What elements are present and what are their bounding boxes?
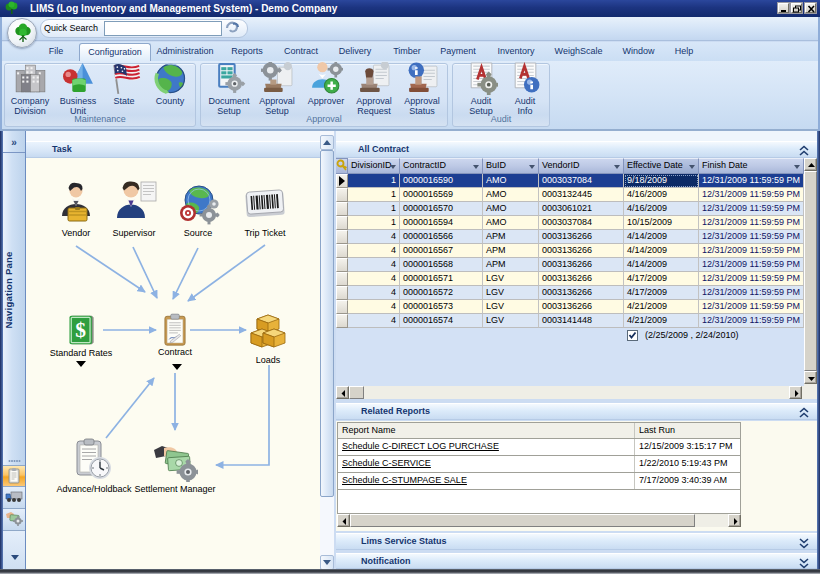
svg-text:$: $ (75, 318, 86, 342)
